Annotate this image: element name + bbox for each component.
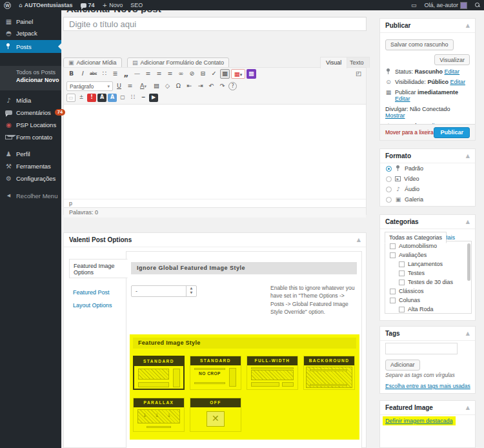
unlink-icon[interactable]: ⊘ xyxy=(187,69,197,79)
tags-input[interactable] xyxy=(385,343,458,354)
tab-visual[interactable]: Visual xyxy=(320,57,347,68)
menu-item-perfil[interactable]: ♟ Perfil xyxy=(0,148,61,159)
category-item[interactable]: Alta Roda xyxy=(385,305,471,314)
radio[interactable] xyxy=(386,197,392,203)
blockquote-icon[interactable]: „ xyxy=(121,69,131,79)
preview-button[interactable]: Visualizar xyxy=(434,54,470,65)
horizontal-rule-icon[interactable]: — xyxy=(132,69,142,79)
menu-item-painel[interactable]: ▦ Painel xyxy=(0,15,61,27)
submenu-adicionar-novo[interactable]: Adicionar Novo xyxy=(0,76,61,85)
menu-item-midia[interactable]: ♪ Mídia xyxy=(0,94,61,106)
menu-item-psp-locations[interactable]: ◉ PSP Locations xyxy=(0,119,61,130)
spellcheck-icon[interactable]: ✓ xyxy=(209,69,219,79)
category-item[interactable]: Clássicos xyxy=(385,287,471,296)
help-icon[interactable]: ? xyxy=(228,82,237,90)
add-tag-button[interactable]: Adicionar xyxy=(385,360,420,371)
shortcode-alert-icon[interactable]: ! xyxy=(87,94,96,102)
checkbox[interactable] xyxy=(399,261,405,267)
shortcode-page-icon[interactable]: ▢ xyxy=(118,94,127,102)
style-option-off[interactable]: OFF ✕ xyxy=(190,398,241,432)
shortcode-dark-letter-icon[interactable]: A xyxy=(97,94,106,102)
tags-box-header[interactable]: Tags ▲ xyxy=(380,327,475,341)
table-icon[interactable]: ▦▾ xyxy=(231,69,245,79)
special-character-icon[interactable]: Ω xyxy=(174,81,183,91)
menu-item-configuracoes[interactable]: ⚙ Configurações xyxy=(0,172,61,184)
ignore-global-select[interactable]: - ▲▼ xyxy=(131,285,197,297)
checkbox[interactable] xyxy=(399,280,405,285)
submenu-todos-os-posts[interactable]: Todos os Posts xyxy=(0,66,61,76)
menu-item-jetpack[interactable]: ◓ Jetpack xyxy=(0,27,61,39)
bullet-list-icon[interactable]: ∷ xyxy=(99,69,109,79)
editor-content-area[interactable] xyxy=(64,105,366,199)
align-center-icon[interactable]: ≡ xyxy=(154,69,164,79)
format-option-video[interactable]: ▶ Vídeo xyxy=(380,174,475,184)
collapse-toggle-icon[interactable]: ▲ xyxy=(466,405,470,411)
add-media-button[interactable]: ▣ Adicionar Mídia xyxy=(63,57,122,68)
category-item[interactable]: Testes de 30 dias xyxy=(385,278,471,287)
checkbox[interactable] xyxy=(399,307,405,312)
my-account-menu[interactable]: Olá, ae-autor xyxy=(420,0,471,10)
move-to-trash-link[interactable]: Mover para a lixeira xyxy=(385,129,434,136)
toolbar-toggle-icon[interactable]: ▦ xyxy=(220,69,230,79)
indent-icon[interactable]: ⇥ xyxy=(196,81,205,91)
menu-item-comentarios[interactable]: Comentários 74 xyxy=(0,107,61,118)
justify-icon[interactable]: ≡ xyxy=(125,81,135,91)
radio[interactable] xyxy=(386,176,392,182)
publish-box-header[interactable]: Publicar ▲ xyxy=(380,19,475,33)
publicize-show-link[interactable]: Mostrar xyxy=(385,112,405,119)
tab-all-categories[interactable]: Todas as Categorias xyxy=(385,232,447,243)
category-item[interactable]: Colunas xyxy=(385,296,471,305)
style-option-background[interactable]: BACKGROUND xyxy=(303,356,355,390)
seo-menu[interactable]: SEO xyxy=(126,0,146,10)
new-content-menu[interactable]: + Novo xyxy=(99,0,127,10)
featured-image-box-header[interactable]: Featured Image ▲ xyxy=(380,401,475,415)
search-button[interactable] xyxy=(471,0,484,10)
style-option-parallax[interactable]: PARALLAX ↓↓↓ xyxy=(133,398,185,432)
text-color-icon[interactable]: A▾ xyxy=(136,81,150,91)
paragraph-select[interactable]: Parágrafo ▾ xyxy=(66,81,113,91)
fullscreen-icon[interactable]: ◰ xyxy=(354,69,363,79)
outdent-icon[interactable]: ⇤ xyxy=(185,81,194,91)
format-option-audio[interactable]: ♪ Áudio xyxy=(380,184,475,194)
undo-icon[interactable]: ↶ xyxy=(207,81,216,91)
bold-icon[interactable]: B xyxy=(66,69,76,79)
category-item[interactable]: Lançamentos xyxy=(385,260,471,269)
shortcode-top-icon[interactable]: ± xyxy=(77,94,86,102)
add-contact-form-button[interactable]: ▤ Adicionar Formulário de Contato xyxy=(127,57,229,68)
style-option-standard[interactable]: STANDARD xyxy=(133,356,185,390)
categories-box-header[interactable]: Categorias ▲ xyxy=(380,215,475,229)
save-draft-button[interactable]: Salvar como rascunho xyxy=(385,39,454,50)
style-option-full-width[interactable]: FULL-WIDTH xyxy=(247,356,298,390)
clear-formatting-icon[interactable]: ◇ xyxy=(163,81,172,91)
format-box-header[interactable]: Formato ▲ xyxy=(380,149,475,163)
valenti-tab-featured-image-options[interactable]: Featured Image Options xyxy=(69,259,128,278)
collapse-menu-button[interactable]: ◀ Recolher Menu xyxy=(0,190,61,201)
site-name-link[interactable]: ⌂ AUTOentusiastas xyxy=(15,0,77,10)
collapse-toggle-icon[interactable]: ▲ xyxy=(466,219,470,225)
shortcode-dash-icon[interactable]: − xyxy=(139,94,148,102)
align-left-icon[interactable]: ≡ xyxy=(143,69,153,79)
link-icon[interactable]: ∞ xyxy=(176,69,186,79)
shortcode-blue-letter-icon[interactable]: A xyxy=(108,94,117,102)
checkbox[interactable] xyxy=(390,252,396,258)
numbered-list-icon[interactable]: ≣ xyxy=(110,69,120,79)
select-stepper-icon[interactable]: ▲▼ xyxy=(186,286,196,296)
menu-item-ferramentas[interactable]: ⚒ Ferramentas xyxy=(0,160,61,172)
valenti-tab-featured-post[interactable]: Featured Post xyxy=(69,286,127,299)
valenti-tab-layout-options[interactable]: Layout Options xyxy=(69,299,127,312)
checkbox[interactable] xyxy=(390,243,396,249)
shortcode-sparkle-icon[interactable]: ᎒᎒ xyxy=(128,94,137,102)
strikethrough-icon[interactable]: abc xyxy=(88,69,98,79)
align-right-icon[interactable]: ≡ xyxy=(165,69,175,79)
post-title-input[interactable] xyxy=(64,17,366,30)
category-item[interactable]: Avaliações xyxy=(385,250,471,260)
collapse-toggle-icon[interactable]: ▲ xyxy=(466,153,470,159)
notes-button[interactable]: ▭ xyxy=(407,0,421,10)
shortcodes-icon[interactable]: ▩ xyxy=(247,69,256,79)
read-more-icon[interactable]: ⊟ xyxy=(198,69,208,79)
tab-texto[interactable]: Texto xyxy=(344,57,370,68)
shortcode-video-icon[interactable]: ▶ xyxy=(149,94,158,102)
redo-icon[interactable]: ↷ xyxy=(217,81,227,91)
radio-selected[interactable] xyxy=(386,166,392,172)
valenti-metabox-header[interactable]: Valenti Post Options ▲ xyxy=(64,233,366,247)
